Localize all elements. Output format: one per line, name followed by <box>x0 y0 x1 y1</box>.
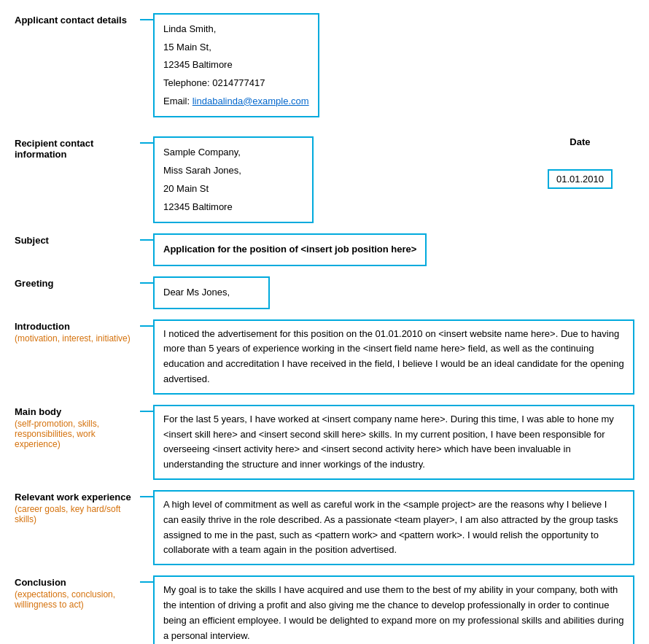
recipient-connector <box>140 142 153 144</box>
date-box: 01.01.2010 <box>548 169 613 189</box>
conclusion-box: My goal is to take the skills I have acq… <box>153 575 634 644</box>
introduction-box: I noticed the advertisement for this pos… <box>153 319 634 395</box>
applicant-connector <box>140 19 153 20</box>
relevant-work-label: Relevant work experience (career goals, … <box>15 490 140 524</box>
date-label: Date <box>570 136 590 147</box>
recipient-label: Recipient contact information <box>15 136 140 160</box>
subject-label: Subject <box>15 233 140 246</box>
greeting-connector <box>140 282 153 284</box>
subject-connector <box>140 239 153 241</box>
main-body-connector <box>140 411 153 412</box>
subject-text: Application for the position of <insert … <box>163 244 416 255</box>
introduction-text: I noticed the advertisement for this pos… <box>163 328 624 384</box>
conclusion-text: My goal is to take the skills I have acq… <box>163 584 623 640</box>
relevant-work-connector <box>140 496 153 497</box>
recipient-line-3: 20 Main St <box>163 180 303 198</box>
subject-box: Application for the position of <insert … <box>153 233 634 266</box>
recipient-line-2: Miss Sarah Jones, <box>163 162 303 180</box>
applicant-box: Linda Smith, 15 Main St, 12345 Baltimore… <box>153 13 634 117</box>
main-body-sub: (self-promotion, skills, responsibilitie… <box>15 419 140 449</box>
recipient-box: Sample Company, Miss Sarah Jones, 20 Mai… <box>153 136 540 223</box>
main-body-box: For the last 5 years, I have worked at <… <box>153 405 634 480</box>
introduction-sub: (motivation, interest, initiative) <box>15 333 140 344</box>
relevant-work-box: A high level of commitment as well as ca… <box>153 490 634 565</box>
greeting-text: Dear Ms Jones, <box>163 287 230 298</box>
applicant-label: Applicant contact details <box>15 13 140 26</box>
applicant-line-4: Telephone: 0214777417 <box>163 74 309 93</box>
applicant-email[interactable]: lindabalinda@example.com <box>193 96 309 106</box>
introduction-connector <box>140 325 153 327</box>
greeting-label: Greeting <box>15 276 140 289</box>
applicant-line-2: 15 Main St, <box>163 39 309 57</box>
main-body-label: Main body (self-promotion, skills, respo… <box>15 405 140 449</box>
recipient-line-4: 12345 Baltimore <box>163 198 303 217</box>
greeting-box: Dear Ms Jones, <box>153 276 634 309</box>
conclusion-label: Conclusion (expectations, conclusion, wi… <box>15 575 140 610</box>
applicant-email-line: Email: lindabalinda@example.com <box>163 93 309 111</box>
applicant-line-3: 12345 Baltimore <box>163 56 309 74</box>
applicant-line-1: Linda Smith, <box>163 20 309 39</box>
conclusion-sub: (expectations, conclusion, willingness t… <box>15 589 140 610</box>
introduction-label: Introduction (motivation, interest, init… <box>15 319 140 344</box>
main-body-text: For the last 5 years, I have worked at <… <box>163 414 614 470</box>
date-section: Date 01.01.2010 <box>548 136 634 189</box>
relevant-work-sub: (career goals, key hard/soft skills) <box>15 504 140 524</box>
recipient-line-1: Sample Company, <box>163 144 303 162</box>
relevant-work-text: A high level of commitment as well as ca… <box>163 499 618 555</box>
conclusion-connector <box>140 581 153 583</box>
